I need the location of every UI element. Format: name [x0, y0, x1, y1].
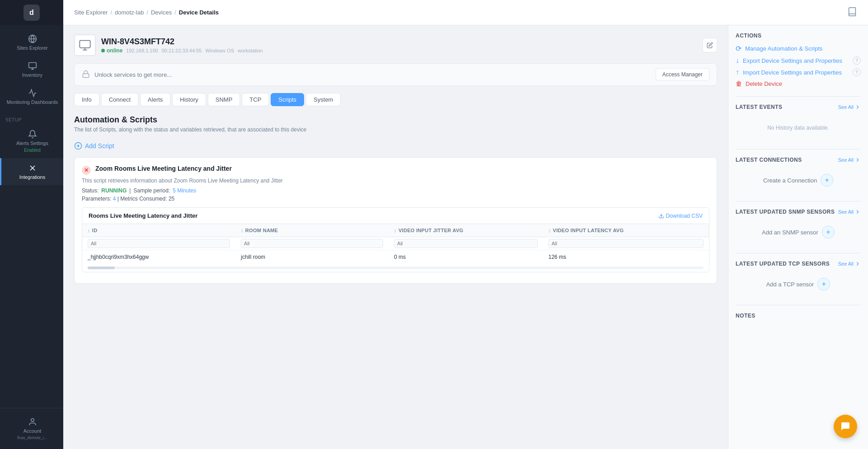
tab-alerts[interactable]: Alerts [140, 93, 170, 106]
manage-automation-icon: ⟳ [736, 44, 741, 53]
download-csv-button[interactable]: Download CSV [658, 213, 703, 219]
add-snmp-sensor-button[interactable]: Add an SNMP sensor + [736, 220, 861, 244]
sidebar-item-alerts-settings[interactable]: Alerts Settings Enabled [0, 124, 63, 158]
chat-fab-button[interactable] [834, 415, 857, 438]
section-desc: The list of Scripts, along with the stat… [74, 126, 717, 133]
export-info-button[interactable]: ? [853, 56, 861, 65]
events-see-all-button[interactable]: See All [838, 104, 861, 110]
sidebar-item-monitoring[interactable]: Monitoring Dashboards [0, 83, 63, 110]
metrics-value: 25 [169, 196, 174, 202]
device-ip4: workstation [238, 48, 263, 53]
cell-latency: 126 ms [543, 250, 709, 264]
actions-title: Actions [736, 33, 861, 39]
import-settings-label: Import Device Settings and Properties [743, 69, 842, 76]
script-title: Zoom Rooms Live Meeting Latency and Jitt… [95, 165, 232, 172]
device-ip1: 192.168.1.100 [126, 48, 158, 53]
chevron-right-connections-icon [854, 157, 861, 163]
account-icon [28, 417, 37, 426]
filter-id[interactable] [88, 239, 230, 248]
breadcrumb-devices[interactable]: Devices [151, 9, 172, 16]
tab-scripts[interactable]: Scripts [271, 93, 304, 106]
create-connection-label: Create a Connection [763, 177, 817, 184]
latest-snmp-section: Latest Updated SNMP Sensors See All Add … [736, 209, 861, 244]
sidebar-item-alerts-label: Alerts Settings [16, 140, 48, 146]
access-manager-button[interactable]: Access Manager [656, 68, 709, 81]
panel-divider-1 [736, 96, 861, 97]
add-snmp-label: Add an SNMP sensor [762, 229, 818, 236]
script-meta: Status: RUNNING | Sample period: 5 Minut… [82, 187, 709, 194]
cell-room: jchill room [235, 250, 389, 264]
sample-value-link[interactable]: 5 Minutes [173, 187, 196, 194]
create-connection-plus-icon: + [821, 174, 833, 187]
cell-id: _hjjhb0cqri9xm3hx64ggw [82, 250, 235, 264]
tab-connect[interactable]: Connect [101, 93, 138, 106]
import-icon: ↑ [736, 68, 739, 76]
export-settings-label: Export Device Settings and Properties [743, 57, 842, 64]
tcp-see-all-button[interactable]: See All [838, 261, 861, 267]
tab-tcp[interactable]: TCP [242, 93, 269, 106]
sidebar-item-inventory[interactable]: Inventory [0, 56, 63, 83]
add-snmp-plus-icon: + [822, 226, 835, 239]
panel-divider-5 [736, 305, 861, 305]
sidebar-item-account[interactable]: Account firas_domotz_i... [0, 412, 63, 445]
sidebar-account-label: Account [23, 428, 42, 434]
delete-device-label: Delete Device [746, 80, 782, 87]
scrollbar-thumb[interactable] [88, 267, 115, 269]
snmp-see-all-button[interactable]: See All [838, 209, 861, 215]
filter-jitter[interactable] [394, 239, 538, 248]
tab-info[interactable]: Info [74, 93, 99, 106]
panel-divider-3 [736, 201, 861, 201]
tabs: Info Connect Alerts History SNMP TCP Scr… [74, 93, 717, 106]
tab-snmp[interactable]: SNMP [208, 93, 240, 106]
cell-jitter: 0 ms [389, 250, 543, 264]
script-remove-button[interactable]: ✕ [82, 166, 91, 175]
add-script-button[interactable]: Add Script [74, 142, 717, 150]
sidebar-item-sites-explorer[interactable]: Sites Explorer [0, 29, 63, 56]
script-params: Parameters: 4 | Metrics Consumed: 25 [82, 196, 709, 202]
add-tcp-label: Add a TCP sensor [766, 281, 814, 288]
breadcrumb-current: Device Details [179, 9, 219, 16]
edit-device-button[interactable] [703, 38, 717, 52]
topbar-right [847, 7, 857, 18]
status-label: Status: [82, 187, 99, 194]
access-banner-text: Unlock services to get more... [94, 71, 172, 78]
breadcrumb-lab[interactable]: domotz-lab [115, 9, 144, 16]
device-ip3: Windows OS [205, 48, 234, 53]
action-delete-device[interactable]: 🗑 Delete Device [736, 80, 861, 87]
device-name: WIN-8V4S3MFT742 [101, 37, 263, 47]
action-export-settings[interactable]: ↓ Export Device Settings and Properties … [736, 56, 861, 65]
create-connection-button[interactable]: Create a Connection + [736, 168, 861, 192]
add-tcp-sensor-button[interactable]: Add a TCP sensor + [736, 272, 861, 296]
main: Site Explorer / domotz-lab / Devices / D… [63, 0, 868, 449]
params-value-link[interactable]: 4 [113, 196, 116, 202]
chevron-right-snmp-icon [854, 209, 861, 215]
action-import-settings[interactable]: ↑ Import Device Settings and Properties … [736, 68, 861, 76]
connections-see-all-button[interactable]: See All [838, 157, 861, 163]
tab-system[interactable]: System [306, 93, 341, 106]
events-empty-message: No History data available. [736, 116, 861, 140]
breadcrumb-sites[interactable]: Site Explorer [74, 9, 108, 16]
device-icon [74, 34, 96, 56]
chevron-right-icon [854, 104, 861, 110]
book-icon[interactable] [847, 7, 857, 18]
notes-section: Notes [736, 313, 861, 319]
sidebar-nav: Sites Explorer Inventory Monitoring Dash… [0, 25, 63, 408]
sidebar-item-integrations[interactable]: Integrations [0, 158, 63, 185]
alerts-enabled-label: Enabled [24, 148, 41, 153]
chevron-right-tcp-icon [854, 261, 861, 267]
sidebar: d Sites Explorer Inventory Monitoring Da… [0, 0, 63, 449]
setup-label: Setup [0, 110, 63, 124]
latest-events-title: Latest Events See All [736, 104, 861, 110]
filter-latency[interactable] [549, 239, 704, 248]
sidebar-item-monitoring-label: Monitoring Dashboards [7, 99, 58, 105]
breadcrumb: Site Explorer / domotz-lab / Devices / D… [74, 9, 219, 16]
tab-history[interactable]: History [172, 93, 206, 106]
export-icon: ↓ [736, 56, 739, 65]
data-table-container: Rooms Live Meeting Latency and Jitter Do… [82, 207, 709, 272]
script-card: ✕ Zoom Rooms Live Meeting Latency and Ji… [74, 157, 717, 284]
svg-point-3 [31, 419, 34, 422]
action-manage-automation[interactable]: ⟳ Manage Automation & Scripts [736, 44, 861, 53]
filter-room[interactable] [241, 239, 383, 248]
svg-rect-4 [80, 41, 90, 48]
import-info-button[interactable]: ? [853, 68, 861, 76]
